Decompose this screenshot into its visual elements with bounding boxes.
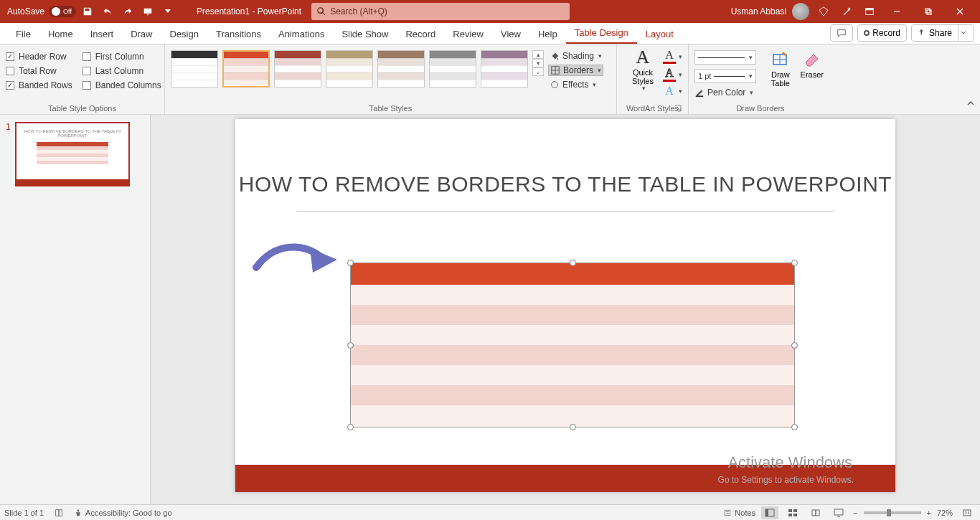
close-button[interactable] — [947, 1, 973, 22]
maximize-button[interactable] — [915, 1, 941, 22]
ribbon-mode-icon[interactable] — [861, 3, 878, 20]
dialog-launcher-icon[interactable] — [674, 104, 682, 113]
resize-handle-sw[interactable] — [347, 424, 354, 430]
save-icon[interactable] — [79, 3, 96, 20]
tab-slide-show[interactable]: Slide Show — [333, 24, 397, 44]
normal-view-button[interactable] — [761, 506, 778, 519]
quick-styles-button[interactable]: A Quick Styles ▾ — [623, 47, 663, 103]
tab-file[interactable]: File — [7, 24, 39, 44]
tab-layout[interactable]: Layout — [637, 24, 682, 44]
opt-last-column[interactable]: Last Column — [83, 66, 161, 76]
gallery-more[interactable]: ⌄ — [532, 67, 544, 76]
table-cell[interactable] — [528, 263, 573, 285]
opt-banded-rows[interactable]: Banded Rows — [6, 80, 72, 90]
record-button[interactable]: Record — [857, 24, 907, 42]
text-effects-button[interactable]: A▾ — [663, 85, 682, 98]
table-row-6[interactable] — [351, 385, 794, 405]
spellcheck-status[interactable] — [54, 508, 64, 518]
resize-handle-ne[interactable] — [791, 260, 798, 266]
resize-handle-s[interactable] — [570, 424, 576, 430]
pen-style-dropdown[interactable]: ▾ — [694, 50, 756, 65]
style-thumb-3[interactable] — [274, 50, 321, 88]
table-row-5[interactable] — [351, 365, 794, 385]
table-cell[interactable] — [573, 263, 617, 285]
tab-animations[interactable]: Animations — [270, 24, 333, 44]
style-thumb-7[interactable] — [481, 50, 528, 88]
tab-review[interactable]: Review — [444, 24, 492, 44]
notes-button[interactable]: Notes — [723, 509, 755, 517]
tab-view[interactable]: View — [492, 24, 529, 44]
share-caret[interactable] — [958, 25, 968, 41]
table-row-2[interactable] — [351, 305, 794, 325]
accessibility-status[interactable]: Accessibility: Good to go — [74, 509, 171, 517]
slideshow-view-button[interactable] — [830, 506, 847, 519]
eraser-button[interactable]: Eraser — [798, 47, 826, 103]
text-outline-button[interactable]: A▾ — [663, 67, 682, 82]
diamond-icon[interactable] — [815, 3, 832, 20]
fit-to-window-button[interactable] — [958, 506, 976, 519]
qat-customize-icon[interactable] — [159, 3, 176, 20]
tab-help[interactable]: Help — [529, 24, 566, 44]
style-thumb-6[interactable] — [429, 50, 476, 88]
tab-draw[interactable]: Draw — [122, 24, 161, 44]
tab-insert[interactable]: Insert — [82, 24, 123, 44]
opt-total-row[interactable]: Total Row — [6, 66, 72, 76]
table-cell[interactable] — [705, 263, 750, 285]
opt-header-row[interactable]: Header Row — [6, 52, 72, 62]
minimize-button[interactable] — [884, 1, 910, 22]
table-cell[interactable] — [750, 263, 794, 285]
autosave-toggle[interactable]: AutoSave Off — [7, 6, 76, 17]
resize-handle-se[interactable] — [791, 424, 798, 430]
search-box[interactable]: Search (Alt+Q) — [311, 3, 570, 20]
collapse-ribbon-button[interactable] — [966, 98, 976, 111]
sorter-view-button[interactable] — [784, 506, 801, 519]
zoom-slider[interactable] — [864, 511, 921, 514]
style-thumb-1[interactable] — [171, 50, 218, 88]
table-cell[interactable] — [661, 263, 706, 285]
present-icon[interactable] — [139, 3, 156, 20]
tab-transitions[interactable]: Transitions — [207, 24, 270, 44]
slide[interactable]: HOW TO REMOVE BORDERS TO THE TABLE IN PO… — [235, 119, 895, 492]
resize-handle-n[interactable] — [570, 260, 576, 266]
gallery-scroll-up[interactable]: ▴ — [532, 50, 544, 59]
resize-handle-nw[interactable] — [347, 260, 354, 266]
zoom-out-button[interactable]: − — [853, 509, 857, 517]
resize-handle-e[interactable] — [791, 342, 798, 349]
resize-handle-w[interactable] — [347, 342, 354, 349]
opt-first-column[interactable]: First Column — [83, 52, 161, 62]
text-fill-button[interactable]: A▾ — [663, 49, 682, 64]
undo-icon[interactable] — [99, 3, 116, 20]
slide-position[interactable]: Slide 1 of 1 — [4, 509, 44, 517]
table-header-row[interactable] — [351, 263, 794, 285]
gallery-scroll-down[interactable]: ▾ — [532, 59, 544, 67]
table-row-3[interactable] — [351, 325, 794, 345]
magic-icon[interactable] — [838, 3, 855, 20]
effects-button[interactable]: Effects▾ — [548, 79, 603, 90]
table-cell[interactable] — [440, 263, 484, 285]
table-cell[interactable] — [395, 263, 440, 285]
user-name[interactable]: Usman Abbasi — [731, 6, 786, 16]
draw-table-button[interactable]: Draw Table — [763, 47, 798, 103]
table-row-1[interactable] — [351, 285, 794, 305]
slide-thumbnails-rail[interactable]: 1 HOW TO REMOVE BORDERS TO THE TABLE IN … — [0, 115, 151, 504]
style-thumb-4[interactable] — [326, 50, 373, 88]
tab-record[interactable]: Record — [397, 24, 444, 44]
table-cell[interactable] — [351, 263, 395, 285]
tab-home[interactable]: Home — [39, 24, 82, 44]
zoom-slider-knob[interactable] — [887, 509, 891, 516]
table-row-4[interactable] — [351, 345, 794, 365]
selected-table[interactable] — [350, 263, 795, 427]
tab-table-design[interactable]: Table Design — [566, 23, 637, 44]
slide-thumb-1[interactable]: 1 HOW TO REMOVE BORDERS TO THE TABLE IN … — [6, 122, 144, 186]
opt-banded-columns[interactable]: Banded Columns — [83, 80, 161, 90]
zoom-in-button[interactable]: + — [927, 509, 931, 517]
borders-button[interactable]: Borders▾ — [548, 65, 603, 76]
slide-thumb-preview[interactable]: HOW TO REMOVE BORDERS TO THE TABLE IN PO… — [15, 122, 130, 186]
redo-icon[interactable] — [119, 3, 136, 20]
share-button[interactable]: Share — [911, 24, 974, 42]
user-avatar[interactable] — [792, 3, 809, 20]
comments-button[interactable] — [830, 24, 853, 42]
pen-weight-dropdown[interactable]: 1 pt ▾ — [694, 69, 756, 83]
table-cell[interactable] — [617, 263, 661, 285]
tab-design[interactable]: Design — [161, 24, 207, 44]
